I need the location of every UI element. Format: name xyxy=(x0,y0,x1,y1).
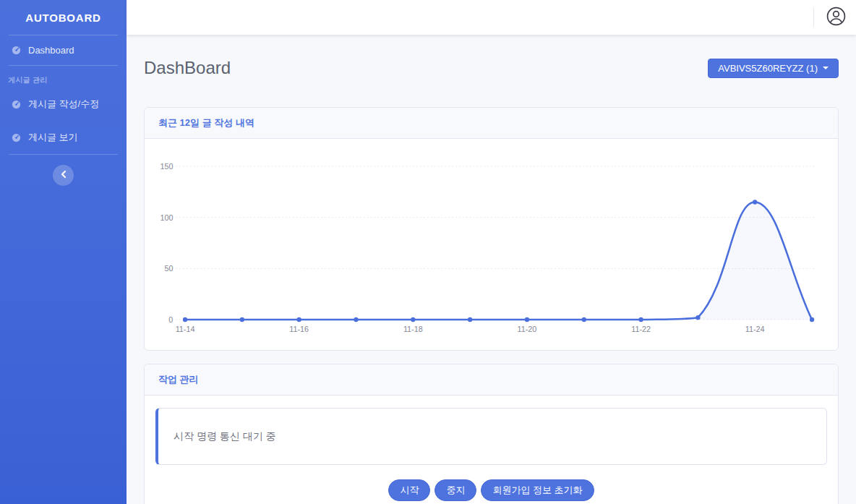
tachometer-icon xyxy=(11,99,22,110)
svg-text:150: 150 xyxy=(160,162,173,171)
chart-body: 05010015011-1411-1611-1811-2011-2211-24 xyxy=(145,139,838,350)
topbar-divider xyxy=(813,8,814,27)
content-column: DashBoard AVBIVS5Z60REYZZ (1) 최근 12일 글 작… xyxy=(127,0,856,504)
app-root: AUTOBOARD Dashboard 게시글 관리 게시글 작성/수정 게시글… xyxy=(0,0,856,504)
brand-title[interactable]: AUTOBOARD xyxy=(0,0,127,35)
topbar xyxy=(127,0,856,35)
svg-text:11-16: 11-16 xyxy=(289,325,309,333)
sidebar-item-dashboard[interactable]: Dashboard xyxy=(0,35,127,65)
sidebar-collapse-area xyxy=(0,155,127,186)
svg-text:100: 100 xyxy=(160,213,173,222)
sidebar-item-label: 게시글 보기 xyxy=(28,131,78,144)
sidebar-item-post-edit[interactable]: 게시글 작성/수정 xyxy=(0,87,127,121)
sidebar-item-label: Dashboard xyxy=(28,45,74,56)
recent-posts-chart: 05010015011-1411-1611-1811-2011-2211-24 xyxy=(152,143,831,346)
tachometer-icon xyxy=(11,132,22,143)
task-button-row: 시작 중지 회원가입 정보 초기화 xyxy=(155,479,827,501)
sidebar: AUTOBOARD Dashboard 게시글 관리 게시글 작성/수정 게시글… xyxy=(0,0,127,504)
svg-text:11-24: 11-24 xyxy=(745,325,765,333)
sidebar-collapse-button[interactable] xyxy=(53,165,74,186)
svg-text:11-14: 11-14 xyxy=(176,325,195,333)
reset-signup-info-button[interactable]: 회원가입 정보 초기화 xyxy=(481,479,594,501)
caret-down-icon xyxy=(823,67,829,69)
tachometer-icon xyxy=(11,45,22,56)
recent-posts-card: 최근 12일 글 작성 내역 05010015011-1411-1611-181… xyxy=(144,107,839,351)
start-button[interactable]: 시작 xyxy=(388,479,430,501)
sidebar-section-heading: 게시글 관리 xyxy=(0,66,127,87)
svg-text:50: 50 xyxy=(164,264,173,273)
task-card-title: 작업 관리 xyxy=(145,364,838,396)
page: DashBoard AVBIVS5Z60REYZZ (1) 최근 12일 글 작… xyxy=(127,35,856,504)
svg-text:11-18: 11-18 xyxy=(403,325,423,333)
stop-button[interactable]: 중지 xyxy=(435,479,476,501)
sidebar-item-post-view[interactable]: 게시글 보기 xyxy=(0,121,127,154)
svg-text:11-20: 11-20 xyxy=(518,325,537,333)
status-message-text: 시작 명령 통신 대기 중 xyxy=(174,430,276,443)
user-menu-button[interactable] xyxy=(826,7,846,28)
status-message-box: 시작 명령 통신 대기 중 xyxy=(155,408,827,465)
page-title: DashBoard xyxy=(144,58,231,78)
page-head: DashBoard AVBIVS5Z60REYZZ (1) xyxy=(144,58,839,78)
person-circle-icon xyxy=(826,7,846,28)
chevron-left-icon xyxy=(60,170,67,181)
task-card-body: 시작 명령 통신 대기 중 시작 중지 회원가입 정보 초기화 xyxy=(145,396,838,504)
task-management-card: 작업 관리 시작 명령 통신 대기 중 시작 중지 회원가입 정보 초기화 xyxy=(144,364,839,504)
account-dropdown-button[interactable]: AVBIVS5Z60REYZZ (1) xyxy=(708,59,839,78)
svg-text:11-22: 11-22 xyxy=(631,325,651,333)
recent-posts-card-title: 최근 12일 글 작성 내역 xyxy=(145,108,838,139)
svg-text:0: 0 xyxy=(168,315,173,324)
account-dropdown-label: AVBIVS5Z60REYZZ (1) xyxy=(718,63,818,74)
sidebar-item-label: 게시글 작성/수정 xyxy=(28,98,99,111)
